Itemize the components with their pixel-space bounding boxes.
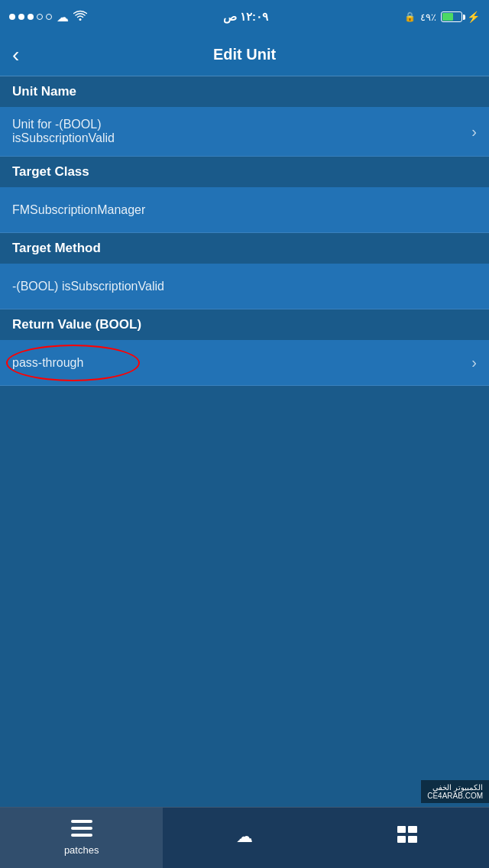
lock-icon: 🔒 — [404, 11, 416, 22]
page-title: Edit Unit — [213, 46, 276, 63]
charging-icon: ⚡ — [467, 11, 480, 23]
cloud-status-icon: ☁ — [57, 10, 69, 24]
status-bar-left: ☁ — [9, 10, 87, 24]
nav-bar: ‹ Edit Unit — [0, 34, 489, 76]
target-method-row: -(BOOL) isSubscriptionValid — [0, 264, 489, 309]
back-button[interactable]: ‹ — [12, 43, 19, 67]
patches-list-icon — [71, 820, 92, 841]
section-header-target-method: Target Method — [0, 233, 489, 264]
battery-fill — [442, 13, 453, 21]
tab-grid[interactable] — [326, 808, 489, 868]
svg-rect-4 — [397, 826, 406, 833]
svg-rect-6 — [397, 836, 406, 843]
chevron-right-icon: › — [471, 123, 477, 141]
signal-dots — [9, 14, 52, 20]
dot-2 — [18, 14, 24, 20]
svg-rect-5 — [408, 826, 417, 833]
return-value-row[interactable]: pass-through › — [0, 340, 489, 386]
status-bar: ☁ ١٢:٠٩ ص 🔒 ٤٩٪ ⚡ — [0, 0, 489, 34]
tab-bar: patches ☁ — [0, 807, 489, 868]
back-chevron-icon: ‹ — [12, 43, 19, 67]
section-header-return-value: Return Value (BOOL) — [0, 309, 489, 340]
svg-rect-2 — [71, 827, 92, 830]
tab-cloud[interactable]: ☁ — [163, 808, 325, 868]
unit-name-row[interactable]: Unit for -(BOOL)isSubscriptionValid › — [0, 107, 489, 157]
status-bar-right: 🔒 ٤٩٪ ⚡ — [404, 11, 480, 23]
target-class-row: FMSubscriptionManager — [0, 187, 489, 233]
battery-body — [441, 11, 462, 22]
section-header-unit-name: Unit Name — [0, 76, 489, 107]
svg-point-0 — [79, 18, 82, 21]
svg-rect-7 — [408, 836, 417, 843]
dot-3 — [28, 14, 34, 20]
watermark: الكمبيوتر الخفيCE4ARAB.COM — [421, 780, 489, 803]
svg-rect-3 — [71, 834, 92, 837]
dot-5 — [46, 14, 52, 20]
unit-name-value: Unit for -(BOOL)isSubscriptionValid — [12, 118, 465, 145]
cloud-tab-icon: ☁ — [236, 827, 253, 847]
section-header-target-class: Target Class — [0, 157, 489, 187]
status-time: ١٢:٠٩ ص — [223, 10, 268, 24]
svg-rect-1 — [71, 820, 92, 823]
tab-patches-label: patches — [64, 844, 99, 856]
target-method-value: -(BOOL) isSubscriptionValid — [12, 280, 477, 293]
dot-4 — [37, 14, 43, 20]
battery-indicator — [441, 11, 462, 22]
return-value-value: pass-through — [12, 356, 465, 370]
battery-percent: ٤٩٪ — [420, 11, 436, 23]
tab-patches[interactable]: patches — [0, 808, 163, 868]
return-value-chevron-icon: › — [471, 354, 477, 371]
target-class-value: FMSubscriptionManager — [12, 203, 477, 217]
wifi-icon — [73, 10, 87, 24]
grid-tab-icon — [397, 826, 417, 847]
content-area: Unit Name Unit for -(BOOL)isSubscription… — [0, 76, 489, 386]
dot-1 — [9, 14, 15, 20]
